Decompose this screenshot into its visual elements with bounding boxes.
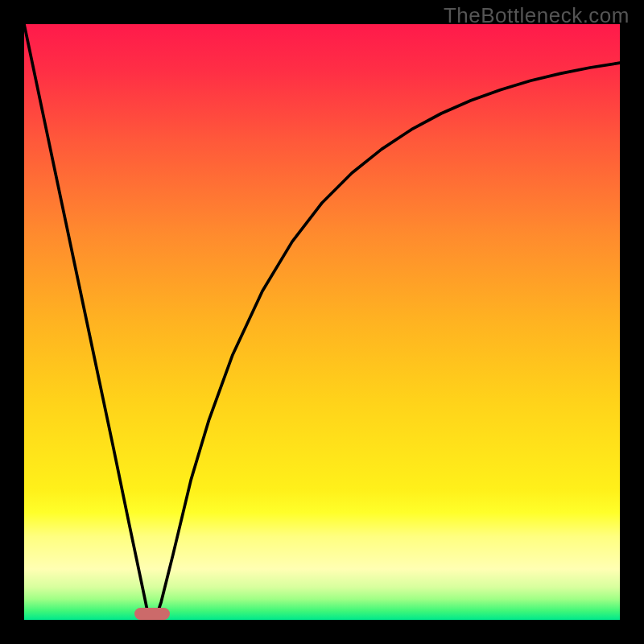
chart-frame: TheBottleneck.com <box>0 0 644 644</box>
plot-area <box>24 24 620 620</box>
bottleneck-curve <box>24 24 620 620</box>
minimum-marker <box>134 608 170 620</box>
watermark-text: TheBottleneck.com <box>444 3 630 28</box>
